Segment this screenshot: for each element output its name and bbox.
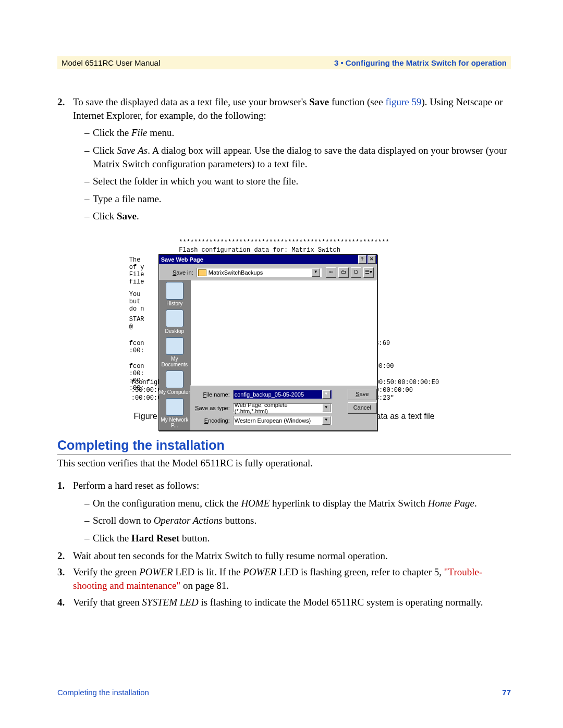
figure-pre-header: ****************************************…: [179, 239, 389, 254]
sidebar-mynet[interactable]: My Network P...: [159, 398, 190, 428]
step2-bullet-2: Click Save As. A dialog box will appear.…: [84, 144, 511, 170]
page-header: Model 6511RC User Manual 3 • Configuring…: [57, 56, 511, 69]
step-4-completing: 4. Verify that green SYSTEM LED is flash…: [57, 596, 511, 609]
encoding-label: Encoding:: [193, 417, 233, 424]
s1-bullet-1: On the configuration menu, click the HOM…: [84, 497, 511, 510]
file-list-pane[interactable]: [190, 280, 377, 386]
s1-bullet-2: Scroll down to Operator Actions buttons.: [84, 514, 511, 527]
dialog-titlebar[interactable]: Save Web Page ? ✕: [159, 255, 377, 264]
nav-views-icon[interactable]: ☰▾: [363, 267, 374, 278]
saveas-label: Save as type:: [193, 405, 233, 411]
bg-text: fcon: [129, 340, 144, 347]
section-intro: This section verifies that the Model 651…: [57, 458, 511, 469]
saveas-type-combo[interactable]: Web Page, complete (*.htm,*.html) ▼: [233, 403, 332, 413]
chevron-down-icon[interactable]: ▼: [322, 390, 331, 399]
filename-label: File name:: [193, 391, 233, 398]
folder-icon: [198, 269, 206, 276]
close-button[interactable]: ✕: [368, 255, 376, 264]
chevron-down-icon[interactable]: ▼: [312, 268, 320, 277]
bg-text: You: [129, 291, 141, 298]
bg-text: fcon: [129, 363, 144, 370]
footer-section: Completing the installation: [57, 688, 149, 697]
step2-bullet-3: Select the folder in which you want to s…: [84, 175, 511, 188]
history-icon: [166, 282, 183, 300]
bg-text: :00:: [129, 385, 144, 392]
sidebar-history[interactable]: History: [159, 282, 190, 306]
chevron-down-icon[interactable]: ▼: [322, 404, 331, 412]
step-number: 2.: [57, 549, 65, 563]
save-in-label: Save in:: [162, 269, 197, 276]
bg-text: :00:: [129, 370, 144, 377]
step-2-completing: 2. Wait about ten seconds for the Matrix…: [57, 549, 511, 563]
computer-icon: [166, 371, 183, 388]
step-number: 2.: [57, 95, 65, 109]
chevron-down-icon[interactable]: ▼: [322, 416, 331, 425]
save-in-value: MatrixSwitchBackups: [209, 269, 263, 276]
manual-title: Model 6511RC User Manual: [62, 58, 160, 67]
bg-text: The: [129, 256, 141, 264]
step-number: 3.: [57, 565, 65, 579]
figure-59: ****************************************…: [57, 239, 511, 421]
dialog-title: Save Web Page: [161, 256, 203, 263]
figure-link[interactable]: figure 59: [385, 96, 421, 107]
sidebar-mycomp[interactable]: My Computer: [159, 371, 190, 395]
step2-bullet-4: Type a file name.: [84, 192, 511, 206]
step-1-completing: 1. Perform a hard reset as follows: On t…: [57, 479, 511, 545]
bg-text: do n: [129, 305, 144, 313]
sidebar-mydocs[interactable]: My Documents: [159, 337, 190, 367]
nav-back-icon[interactable]: ⇐: [326, 267, 336, 278]
bg-text: but: [129, 298, 141, 305]
bg-text: :00:: [129, 377, 144, 385]
bg-text: File: [129, 271, 144, 278]
page-footer: Completing the installation 77: [57, 688, 511, 697]
nav-newfolder-icon[interactable]: 🗋: [351, 267, 361, 278]
sidebar-desktop[interactable]: Desktop: [159, 310, 190, 334]
save-dialog: Save Web Page ? ✕ Save in: MatrixSwitchB…: [158, 254, 377, 431]
bg-text: of y: [129, 264, 144, 271]
bg-text: @: [129, 323, 133, 330]
filename-input[interactable]: config_backup_05-05-2005 ▼: [233, 390, 332, 399]
page-number: 77: [502, 688, 511, 697]
places-sidebar: History Desktop My Documents My Computer…: [159, 280, 190, 430]
cancel-button[interactable]: Cancel: [348, 402, 377, 414]
step-2: 2. To save the displayed data as a text …: [57, 95, 511, 223]
save-in-combo[interactable]: MatrixSwitchBackups ▼: [197, 268, 322, 277]
step-number: 4.: [57, 596, 65, 609]
section-heading: Completing the installation: [57, 438, 511, 454]
help-button[interactable]: ?: [358, 255, 366, 264]
save-in-row: Save in: MatrixSwitchBackups ▼ ⇐ 🗀 🗋 ☰▾: [159, 264, 377, 280]
page: Model 6511RC User Manual 3 • Configuring…: [0, 0, 563, 728]
step2-text: To save the displayed data as a text fil…: [73, 96, 503, 121]
documents-icon: [166, 337, 183, 355]
nav-up-icon[interactable]: 🗀: [338, 267, 349, 278]
step2-bullet-1: Click the File menu.: [84, 126, 511, 140]
bg-text: STAR: [129, 316, 144, 323]
s1-bullet-3: Click the Hard Reset button.: [84, 532, 511, 545]
body: 2. To save the displayed data as a text …: [57, 95, 511, 223]
step-number: 1.: [57, 479, 65, 492]
save-button[interactable]: Save: [348, 389, 377, 400]
chapter-title: 3 • Configuring the Matrix Switch for op…: [334, 58, 507, 67]
desktop-icon: [166, 310, 183, 327]
step2-bullet-5: Click Save.: [84, 209, 511, 223]
step-3-completing: 3. Verify the green POWER LED is lit. If…: [57, 565, 511, 592]
bg-text: :00:: [129, 347, 144, 354]
bg-text: file: [129, 278, 144, 286]
encoding-combo[interactable]: Western European (Windows) ▼: [233, 416, 332, 425]
network-icon: [166, 398, 183, 416]
